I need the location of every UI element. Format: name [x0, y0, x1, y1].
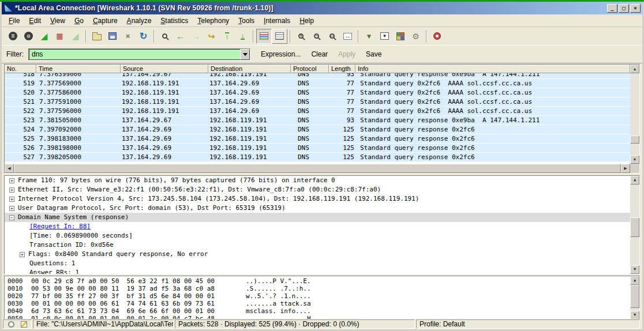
packet-row[interactable]: 5227.377596000192.168.119.191137.164.29.…: [5, 107, 630, 116]
reload-button[interactable]: ↻: [136, 29, 151, 44]
column-header-length[interactable]: Length: [329, 65, 355, 73]
column-header-time[interactable]: Time: [36, 65, 121, 73]
capture-options-button[interactable]: ◎: [21, 29, 36, 44]
capture-comment-icon[interactable]: [21, 321, 27, 328]
scroll-down-arrow-icon[interactable]: ▼: [630, 311, 639, 319]
packet-row[interactable]: 5257.398183000137.164.29.69192.168.119.1…: [5, 134, 630, 144]
menu-go[interactable]: Go: [70, 16, 88, 26]
filter-dropdown-button[interactable]: [240, 49, 250, 60]
autoscroll-toggle-button[interactable]: [272, 29, 287, 44]
detail-line-time[interactable]: [Time: 0.069890000 seconds]: [5, 231, 639, 240]
menu-edit[interactable]: Edit: [24, 16, 46, 26]
maximize-button[interactable]: □: [619, 4, 629, 13]
hex-row[interactable]: 000000 0c 29 c8 7f a0 00 50 56 e3 22 f1 …: [5, 277, 639, 285]
detail-line-transaction-id[interactable]: Transaction ID: 0xd56e: [5, 240, 639, 250]
packet-row[interactable]: 5187.376399000137.164.29.67192.168.119.1…: [5, 73, 630, 79]
scroll-up-arrow-icon[interactable]: ▲: [630, 65, 639, 73]
scroll-down-arrow-icon[interactable]: ▼: [630, 265, 639, 274]
minimize-button[interactable]: _: [607, 4, 617, 13]
column-header-no[interactable]: No.: [5, 65, 36, 73]
go-forward-button[interactable]: →: [188, 29, 204, 44]
scroll-up-arrow-icon[interactable]: ▲: [630, 276, 639, 285]
colorize-toggle-button[interactable]: [256, 29, 272, 44]
expand-icon[interactable]: +: [9, 197, 14, 202]
expand-icon[interactable]: +: [9, 178, 14, 183]
column-header-protocol[interactable]: Protocol: [291, 65, 329, 73]
coloring-rules-button[interactable]: [392, 29, 408, 44]
zoom-out-button[interactable]: −: [309, 29, 324, 44]
clear-button[interactable]: Clear: [311, 50, 328, 58]
go-to-packet-button[interactable]: ↪: [204, 29, 219, 44]
find-packet-button[interactable]: [157, 29, 173, 44]
go-back-button[interactable]: ←: [173, 29, 188, 44]
start-capture-button[interactable]: ◢: [36, 29, 52, 44]
packet-row[interactable]: 5247.397092000137.164.29.69192.168.119.1…: [5, 125, 630, 134]
scrollbar-thumb[interactable]: [630, 285, 639, 308]
zoom-100-button[interactable]: 1:1: [324, 29, 340, 44]
menu-help[interactable]: Help: [295, 16, 319, 26]
detail-line-ip[interactable]: +Internet Protocol Version 4, Src: 173.2…: [5, 194, 639, 204]
packet-list-vertical-scrollbar[interactable]: ▲ ▼: [630, 65, 639, 164]
detail-line-ethernet[interactable]: +Ethernet II, Src: Vmware_e3:22:f1 (00:5…: [5, 185, 639, 194]
apply-button[interactable]: Apply: [338, 50, 355, 58]
expand-icon[interactable]: +: [9, 206, 14, 211]
expression-button[interactable]: Expression...: [261, 50, 301, 58]
menu-file[interactable]: File: [4, 16, 24, 26]
preferences-button[interactable]: ⚙: [408, 29, 424, 44]
stop-capture-button[interactable]: ▦: [52, 29, 68, 44]
zoom-in-button[interactable]: +: [293, 29, 309, 44]
restart-capture-button[interactable]: ◢: [68, 29, 83, 44]
menu-statistics[interactable]: Statistics: [156, 16, 193, 26]
details-vertical-scrollbar[interactable]: ▲ ▼: [630, 176, 639, 274]
filter-input[interactable]: [29, 49, 240, 60]
save-file-button[interactable]: [104, 29, 120, 44]
resize-columns-button[interactable]: ↔: [340, 29, 355, 44]
menu-capture[interactable]: Capture: [88, 16, 122, 26]
hex-row[interactable]: 001000 53 00 9e 00 00 80 11 19 37 ad f5 …: [5, 285, 639, 292]
scrollbar-thumb[interactable]: [630, 217, 639, 237]
capture-filter-button[interactable]: ▼: [361, 29, 377, 44]
detail-line-dns-selected[interactable]: −Domain Name System (response): [5, 213, 639, 222]
expand-icon[interactable]: +: [20, 252, 25, 257]
menu-internals[interactable]: Internals: [259, 16, 295, 26]
detail-line-udp[interactable]: +User Datagram Protocol, Src Port: domai…: [5, 204, 639, 213]
packet-row[interactable]: 5197.377569000192.168.119.191137.164.29.…: [5, 79, 630, 88]
packet-row[interactable]: 5267.398198000137.164.29.69192.168.119.1…: [5, 144, 630, 153]
column-header-source[interactable]: Source: [121, 65, 208, 73]
detail-line-flags[interactable]: +Flags: 0x8400 Standard query response, …: [5, 250, 639, 259]
menu-telephony[interactable]: Telephony: [193, 16, 234, 26]
packet-list-horizontal-scrollbar[interactable]: ◀ ▶: [5, 164, 630, 173]
hex-row[interactable]: 003000 01 00 00 00 00 06 61 74 74 61 63 …: [5, 300, 639, 307]
hex-vertical-scrollbar[interactable]: ▲ ▼: [630, 276, 639, 319]
collapse-icon[interactable]: −: [9, 215, 14, 220]
menu-analyze[interactable]: Analyze: [122, 16, 156, 26]
packet-row[interactable]: 5207.377586000192.168.119.191137.164.29.…: [5, 88, 630, 97]
list-interfaces-button[interactable]: ≡: [5, 29, 21, 44]
menu-view[interactable]: View: [46, 16, 70, 26]
request-in-link[interactable]: [Request In: 88]: [29, 222, 91, 231]
packet-row[interactable]: 5277.398205000137.164.29.69192.168.119.1…: [5, 153, 630, 162]
detail-line-frame[interactable]: +Frame 110: 97 bytes on wire (776 bits),…: [5, 176, 639, 185]
expert-info-icon[interactable]: [8, 321, 14, 328]
display-filter-button[interactable]: ▼: [377, 29, 392, 44]
column-header-info[interactable]: Info: [355, 65, 630, 73]
scroll-left-arrow-icon[interactable]: ◀: [5, 164, 14, 173]
expand-icon[interactable]: +: [9, 187, 14, 193]
open-file-button[interactable]: [89, 29, 104, 44]
packet-row[interactable]: 5217.377591000192.168.119.191137.164.29.…: [5, 97, 630, 107]
hex-row[interactable]: 00406d 73 63 6c 61 73 73 04 69 6e 66 6f …: [5, 307, 639, 315]
status-profile[interactable]: Profile: Default: [416, 319, 640, 329]
go-to-bottom-button[interactable]: ↓: [235, 29, 250, 44]
scrollbar-thumb[interactable]: [630, 136, 639, 144]
packet-row[interactable]: 5237.381505000137.164.29.67192.168.119.1…: [5, 116, 630, 125]
detail-line-answer-rrs[interactable]: Answer RRs: 1: [5, 268, 639, 274]
menu-tools[interactable]: Tools: [234, 16, 259, 26]
go-to-top-button[interactable]: ↑: [219, 29, 235, 44]
save-button[interactable]: Save: [366, 50, 381, 58]
titlebar[interactable]: *Local Area Connection [Wireshark 1.10.1…: [2, 2, 642, 14]
scroll-right-arrow-icon[interactable]: ▶: [621, 164, 630, 173]
scroll-up-arrow-icon[interactable]: ▲: [630, 176, 639, 185]
close-file-button[interactable]: ×: [120, 29, 136, 44]
close-button[interactable]: ×: [630, 4, 641, 13]
detail-line-request-in[interactable]: [Request In: 88]: [5, 222, 639, 231]
